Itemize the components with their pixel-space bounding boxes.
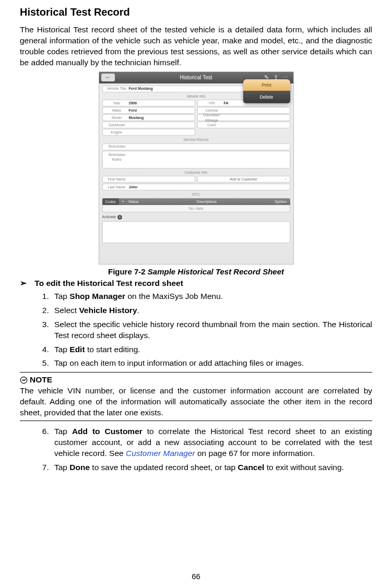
section-title: Historical Test Record <box>20 5 372 19</box>
vin-label: VIN <box>198 101 224 105</box>
last-name-row[interactable]: Last NameJohn <box>102 184 290 190</box>
dtc-codes-col: Codes <box>102 198 119 205</box>
figure-title: Sample Historical Test Record Sheet <box>148 267 284 276</box>
submodel-row[interactable]: SubModel <box>102 122 195 128</box>
add-to-customer-button[interactable]: Add to Customer <box>197 176 290 183</box>
tech-notes-row[interactable]: Technician Notes <box>102 151 290 169</box>
odo-label: Odometer/ Mileage <box>198 113 224 123</box>
last-name-label: Last Name <box>103 185 129 189</box>
vin-value: FA <box>224 101 229 105</box>
note-label: NOTE <box>30 375 52 386</box>
first-name-label: First Name <box>103 177 129 182</box>
activate-row[interactable]: Activate + <box>102 214 290 220</box>
procedure-heading: ➢ To edit the Historical Test record she… <box>20 278 372 289</box>
intro-paragraph: The Historical Test record sheet of the … <box>20 25 372 68</box>
dtc-header: Codes + Status Descriptions System <box>102 198 290 205</box>
procedure-title: To edit the Historical Test record sheet <box>34 279 183 287</box>
model-row[interactable]: ModelMustang <box>102 114 195 121</box>
menu-delete[interactable]: Delete <box>243 91 290 103</box>
license-label: License <box>198 108 224 113</box>
customer-info-label: Customer Info <box>99 169 293 175</box>
note-icon <box>20 376 28 384</box>
tech-notes-label: Technician Notes <box>103 152 129 162</box>
engine-label: Engine <box>103 130 129 135</box>
dtc-label: DTC <box>99 191 293 197</box>
topbar-title: Historical Test <box>180 74 212 81</box>
step-7: Tap Done to save the updated record shee… <box>51 462 372 473</box>
dtc-status-col: Status <box>125 199 142 204</box>
service-record-label: Service Record <box>99 136 293 142</box>
figure-screenshot: ← Historical Test ✎ ⇪ ⋯ Print Delete Veh… <box>20 71 372 265</box>
dtc-desc-col: Descriptions <box>142 199 272 204</box>
model-value: Mustang <box>129 115 144 120</box>
dtc-system-col: System <box>271 199 290 204</box>
step-1: Tap Shop Manager on the MaxiSys Job Menu… <box>51 291 372 302</box>
plus-icon: + <box>117 215 122 220</box>
add-customer-label: Add to Customer <box>230 177 257 182</box>
step-3: Select the specific vehicle history reco… <box>51 319 372 341</box>
make-label: Make <box>103 108 129 113</box>
figure-number: Figure 7-2 <box>108 267 146 276</box>
step-4: Tap Edit to start editing. <box>51 344 372 355</box>
engine-row[interactable]: Engine <box>102 129 195 136</box>
make-row[interactable]: MakeFord <box>102 107 195 114</box>
dtc-nodata: No data <box>102 205 290 212</box>
odometer-row[interactable]: Odometer/ Mileage <box>197 114 290 121</box>
step-6: Tap Add to Customer to correlate the His… <box>51 426 372 459</box>
technician-row[interactable]: Technician <box>102 143 290 150</box>
customer-manager-link[interactable]: Customer Manager <box>126 449 195 458</box>
activate-label: Activate <box>102 214 116 220</box>
step-5: Tap on each item to input information or… <box>51 358 372 369</box>
color-label: Color <box>198 123 224 127</box>
figure-caption: Figure 7-2 Sample Historical Test Record… <box>20 267 372 277</box>
arrow-icon: ➢ <box>20 278 29 289</box>
step-2: Select Vehicle History. <box>51 305 372 316</box>
note-block: NOTE The vehicle VIN number, or license … <box>20 372 372 421</box>
back-button[interactable]: ← <box>101 74 115 81</box>
year-row[interactable]: Year2008 <box>102 100 195 106</box>
note-body: The vehicle VIN number, or license and t… <box>20 386 372 418</box>
steps-list-a: Tap Shop Manager on the MaxiSys Job Menu… <box>51 291 372 369</box>
note-heading: NOTE <box>20 375 372 386</box>
page-number: 66 <box>0 571 392 582</box>
screenshot-mock: ← Historical Test ✎ ⇪ ⋯ Print Delete Veh… <box>99 71 294 265</box>
last-name-value: John <box>129 185 138 189</box>
steps-list-b: Tap Add to Customer to correlate the His… <box>51 426 372 473</box>
year-label: Year <box>103 101 129 105</box>
vehicle-title-value: Ford Mustang <box>129 86 153 91</box>
model-label: Model <box>103 115 129 120</box>
activate-box[interactable] <box>102 221 290 243</box>
vehicle-title-label: Vehicle Title <box>103 86 129 91</box>
first-name-row[interactable]: First Name <box>102 176 195 183</box>
menu-print[interactable]: Print <box>243 79 290 91</box>
submodel-label: SubModel <box>103 123 129 127</box>
color-row[interactable]: Color <box>197 122 290 128</box>
context-menu: Print Delete <box>243 79 290 103</box>
year-value: 2008 <box>129 101 137 105</box>
technician-label: Technician <box>103 144 129 149</box>
make-value: Ford <box>129 108 137 113</box>
